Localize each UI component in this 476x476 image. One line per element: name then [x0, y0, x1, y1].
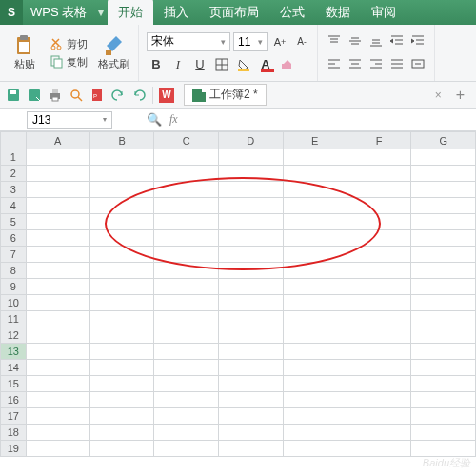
align-bottom-button[interactable] [367, 32, 387, 51]
cell-A5[interactable] [26, 214, 89, 230]
row-header-4[interactable]: 4 [1, 198, 27, 214]
app-menu-dropdown[interactable]: ▾ [94, 0, 108, 25]
cell-D9[interactable] [218, 279, 283, 295]
align-top-button[interactable] [326, 32, 345, 51]
col-header-D[interactable]: D [218, 132, 283, 149]
cell-D14[interactable] [218, 360, 283, 376]
decrease-font-button[interactable]: A- [292, 32, 311, 51]
cell-F14[interactable] [347, 360, 410, 376]
cell-D15[interactable] [218, 376, 283, 392]
cell-G5[interactable] [411, 214, 476, 230]
cell-E10[interactable] [283, 295, 347, 311]
row-header-12[interactable]: 12 [1, 327, 27, 344]
cell-C14[interactable] [154, 360, 219, 376]
cell-B19[interactable] [90, 441, 154, 457]
row-header-16[interactable]: 16 [1, 392, 27, 408]
cell-G8[interactable] [411, 263, 476, 279]
cell-C19[interactable] [154, 441, 219, 457]
select-all-corner[interactable] [1, 132, 27, 149]
cell-B18[interactable] [90, 425, 154, 441]
cell-D10[interactable] [218, 295, 283, 311]
cell-E3[interactable] [283, 182, 347, 198]
cell-B2[interactable] [90, 166, 154, 182]
cell-F3[interactable] [347, 182, 410, 198]
tab-开始[interactable]: 开始 [108, 0, 153, 25]
cell-E14[interactable] [283, 360, 347, 376]
cell-E18[interactable] [283, 425, 347, 441]
print-preview-icon[interactable] [69, 88, 84, 103]
cell-G15[interactable] [411, 376, 476, 392]
cell-G10[interactable] [411, 295, 476, 311]
cell-F8[interactable] [347, 263, 410, 279]
cell-B1[interactable] [90, 149, 154, 166]
increase-font-button[interactable]: A+ [270, 32, 289, 51]
row-header-2[interactable]: 2 [1, 166, 27, 182]
cell-F15[interactable] [347, 376, 410, 392]
cell-B12[interactable] [90, 327, 154, 344]
cell-G12[interactable] [411, 327, 476, 344]
cell-A13[interactable] [26, 344, 89, 360]
print-icon[interactable] [48, 88, 63, 103]
cell-G17[interactable] [411, 408, 476, 425]
row-header-7[interactable]: 7 [1, 247, 27, 263]
cell-G14[interactable] [411, 360, 476, 376]
tab-页面布局[interactable]: 页面布局 [199, 0, 269, 25]
cell-D1[interactable] [218, 149, 283, 166]
cell-G9[interactable] [411, 279, 476, 295]
cell-F6[interactable] [347, 230, 410, 247]
align-right-button[interactable] [367, 55, 387, 74]
cell-C15[interactable] [154, 376, 219, 392]
font-size-select[interactable]: 11▾ [233, 32, 268, 51]
cell-G3[interactable] [411, 182, 476, 198]
name-box[interactable]: J13 ▾ [27, 111, 112, 129]
row-header-5[interactable]: 5 [1, 214, 27, 230]
cell-G1[interactable] [411, 149, 476, 166]
fx-icon[interactable]: fx [169, 112, 178, 127]
cell-E1[interactable] [283, 149, 347, 166]
clear-format-button[interactable] [277, 55, 296, 74]
cell-A19[interactable] [26, 441, 89, 457]
cell-A11[interactable] [26, 311, 89, 327]
row-header-19[interactable]: 19 [1, 441, 27, 457]
cell-D13[interactable] [218, 344, 283, 360]
borders-button[interactable] [212, 55, 231, 74]
cell-A14[interactable] [26, 360, 89, 376]
cell-A4[interactable] [26, 198, 89, 214]
tab-数据[interactable]: 数据 [315, 0, 361, 25]
bold-button[interactable]: B [147, 55, 166, 74]
cell-B11[interactable] [90, 311, 154, 327]
copy-button[interactable]: 复制 [48, 54, 90, 70]
cell-C9[interactable] [154, 279, 219, 295]
cell-E5[interactable] [283, 214, 347, 230]
cell-B10[interactable] [90, 295, 154, 311]
cell-G11[interactable] [411, 311, 476, 327]
col-header-G[interactable]: G [411, 132, 476, 149]
cut-button[interactable]: 剪切 [48, 36, 90, 52]
cell-D17[interactable] [218, 408, 283, 425]
cell-A1[interactable] [26, 149, 89, 166]
cell-C11[interactable] [154, 311, 219, 327]
cell-F7[interactable] [347, 247, 410, 263]
cell-B3[interactable] [90, 182, 154, 198]
cell-B7[interactable] [90, 247, 154, 263]
cell-D7[interactable] [218, 247, 283, 263]
cell-D8[interactable] [218, 263, 283, 279]
cell-A3[interactable] [26, 182, 89, 198]
cell-F4[interactable] [347, 198, 410, 214]
cell-D11[interactable] [218, 311, 283, 327]
align-middle-button[interactable] [347, 32, 366, 51]
cell-B16[interactable] [90, 392, 154, 408]
cell-C8[interactable] [154, 263, 219, 279]
cell-E2[interactable] [283, 166, 347, 182]
cell-A18[interactable] [26, 425, 89, 441]
cell-F18[interactable] [347, 425, 410, 441]
cell-A10[interactable] [26, 295, 89, 311]
cell-A17[interactable] [26, 408, 89, 425]
cell-C7[interactable] [154, 247, 219, 263]
cell-G16[interactable] [411, 392, 476, 408]
cell-D19[interactable] [218, 441, 283, 457]
cell-G13[interactable] [411, 344, 476, 360]
cell-B5[interactable] [90, 214, 154, 230]
cell-A9[interactable] [26, 279, 89, 295]
save-as-icon[interactable] [27, 88, 42, 103]
